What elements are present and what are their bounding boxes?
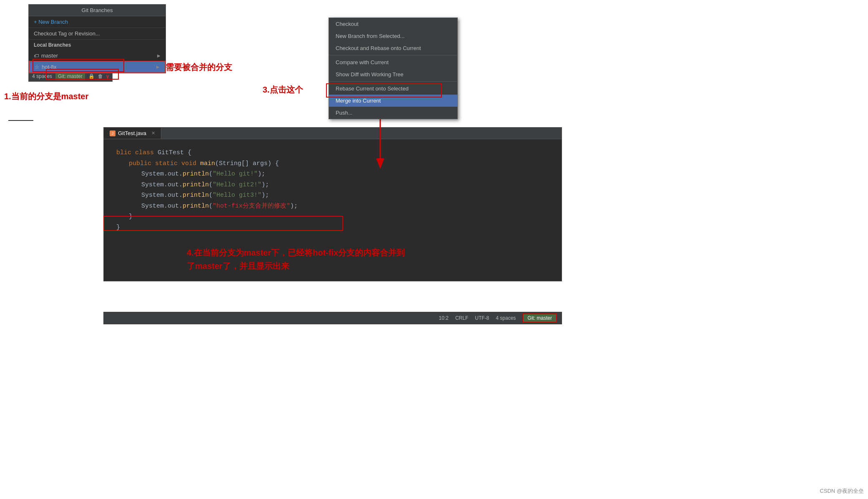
y-icon: y xyxy=(106,73,109,79)
context-menu-merge-into-current[interactable]: Merge into Current xyxy=(329,95,457,107)
delete-icon: 🗑 xyxy=(98,73,103,79)
checkout-tag-button[interactable]: Checkout Tag or Revision... xyxy=(29,28,166,40)
branch-icon-master: 🏷 xyxy=(34,53,39,59)
editor-tab-gittest[interactable]: J GitTest.java ✕ xyxy=(104,128,161,139)
git-branches-title: Git Branches xyxy=(29,5,166,16)
local-branches-label: Local Branches xyxy=(29,40,166,50)
branch-item-master[interactable]: 🏷 master ▶ xyxy=(29,50,166,61)
code-line-hotfix: System.out.println("hot-fix分支合并的修改"); xyxy=(141,201,549,212)
tab-close-icon[interactable]: ✕ xyxy=(151,130,155,136)
git-branch-status[interactable]: Git: master xyxy=(522,313,557,323)
branch-label-master: master xyxy=(41,53,58,59)
branch-label-hotfix: hot-fix xyxy=(42,64,56,70)
code-line-7: } xyxy=(129,211,549,222)
code-line-3: System.out.println("Hello git!"); xyxy=(141,169,549,180)
git-branches-panel: Git Branches + New Branch Checkout Tag o… xyxy=(28,4,166,73)
context-menu-push[interactable]: Push... xyxy=(329,107,457,119)
spaces-status: 4 spaces xyxy=(496,315,516,321)
branch-item-hotfix[interactable]: ☆ hot-fix ▶ xyxy=(29,61,166,73)
context-menu-sep1 xyxy=(329,55,457,55)
annotation-3: 3.点击这个 xyxy=(263,84,303,95)
context-menu-sep2 xyxy=(329,81,457,82)
tab-label-gittest: GitTest.java xyxy=(118,130,146,136)
code-line-5: System.out.println("Hello git3!"); xyxy=(141,190,549,201)
new-branch-button[interactable]: + New Branch xyxy=(29,16,166,28)
line-ending: CRLF xyxy=(455,315,468,321)
divider-line xyxy=(8,120,33,121)
branch-arrow-hotfix: ▶ xyxy=(156,65,160,69)
spaces-label: 4 spaces xyxy=(32,73,52,79)
csdn-watermark: CSDN @夜的全垒 xyxy=(820,487,864,495)
code-line-8: } xyxy=(116,222,549,233)
context-menu: Checkout New Branch from Selected... Che… xyxy=(329,18,458,119)
code-line-2: public static void main(String[] args) { xyxy=(129,158,549,169)
code-line-4: System.out.println("Hello git2!"); xyxy=(141,180,549,191)
editor-statusbar: 10:2 CRLF UTF-8 4 spaces Git: master xyxy=(103,312,562,324)
editor-tabs: J GitTest.java ✕ xyxy=(104,128,562,139)
context-menu-new-branch-from-selected[interactable]: New Branch from Selected... xyxy=(329,30,457,42)
annotation-4: 4.在当前分支为master下，已经将hot-fix分支的内容合并到 了mast… xyxy=(187,246,405,273)
context-menu-checkout-rebase[interactable]: Checkout and Rebase onto Current xyxy=(329,42,457,54)
context-menu-rebase-current[interactable]: Rebase Current onto Selected xyxy=(329,83,457,95)
svg-marker-1 xyxy=(376,158,384,169)
code-line-1: blic class GitTest { xyxy=(116,148,549,158)
context-menu-compare[interactable]: Compare with Current xyxy=(329,56,457,68)
encoding: UTF-8 xyxy=(475,315,489,321)
branch-icon-hotfix: ☆ xyxy=(35,64,39,70)
branch-arrow-master: ▶ xyxy=(157,53,161,58)
context-menu-checkout[interactable]: Checkout xyxy=(329,18,457,30)
java-file-icon: J xyxy=(110,130,115,136)
git-branch-mini: Git: master xyxy=(55,73,85,80)
lock-icon: 🔒 xyxy=(88,73,95,79)
annotation-1: 1.当前的分支是master xyxy=(4,91,88,102)
cursor-position: 10:2 xyxy=(439,315,449,321)
context-menu-show-diff[interactable]: Show Diff with Working Tree xyxy=(329,68,457,80)
